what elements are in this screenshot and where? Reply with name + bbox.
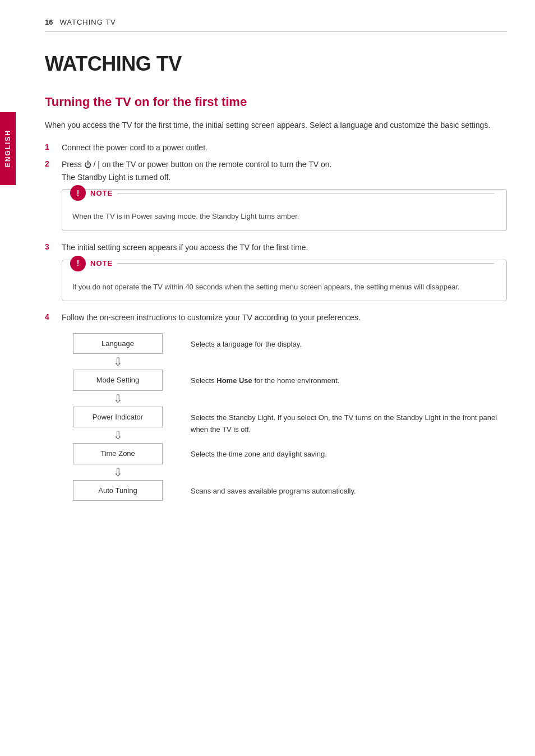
settings-desc-timezone-text: Selects the time zone and daylight savin… <box>191 450 327 458</box>
settings-arrow-power: ⇩ <box>113 430 123 441</box>
page-number: 16 <box>45 17 53 28</box>
settings-box-autotuning-label: Auto Tuning <box>98 486 137 495</box>
note-icon-1: ! <box>70 185 86 201</box>
settings-row-autotuning: Auto Tuning Scans and saves available pr… <box>62 480 507 503</box>
settings-row-timezone: Time Zone ⇩ Selects the time zone and da… <box>62 443 507 480</box>
settings-desc-power-text: Selects the Standby Light. If you select… <box>191 413 497 434</box>
note-box-2: ! NOTE If you do not operate the TV with… <box>62 260 507 302</box>
settings-desc-mode-before: Selects <box>191 376 216 385</box>
settings-arrow-mode: ⇩ <box>113 393 123 404</box>
power-symbol: ⏻ <box>84 160 91 169</box>
settings-box-timezone: Time Zone <box>73 443 163 464</box>
settings-arrow-language: ⇩ <box>113 356 123 367</box>
step-1-content: Connect the power cord to a power outlet… <box>62 141 207 154</box>
side-tab: ENGLISH <box>0 112 16 185</box>
settings-box-timezone-label: Time Zone <box>100 449 135 458</box>
settings-left-timezone: Time Zone ⇩ <box>62 443 174 480</box>
settings-left-power: Power Indicator ⇩ <box>62 407 174 444</box>
settings-box-mode-label: Mode Setting <box>96 376 140 384</box>
step-4-content: Follow the on-screen instructions to cus… <box>62 311 361 324</box>
step-2-text-middle: / | on the TV or power button on the rem… <box>94 160 332 169</box>
settings-left-language: Language ⇩ <box>62 333 174 370</box>
settings-row-language: Language ⇩ Selects a language for the di… <box>62 333 507 370</box>
settings-desc-timezone: Selects the time zone and daylight savin… <box>174 443 507 466</box>
step-3-number: 3 <box>45 241 62 253</box>
settings-arrow-timezone: ⇩ <box>113 467 123 478</box>
settings-desc-autotuning: Scans and saves available programs autom… <box>174 480 507 503</box>
note-header-2: ! NOTE <box>70 256 494 271</box>
main-title: WATCHING TV <box>45 49 507 79</box>
page: ENGLISH 16 WATCHING TV WATCHING TV Turni… <box>0 0 535 756</box>
settings-box-language: Language <box>73 333 163 354</box>
settings-table: Language ⇩ Selects a language for the di… <box>62 333 507 503</box>
side-tab-label: ENGLISH <box>3 130 13 167</box>
note-text-2: If you do not operate the TV within 40 s… <box>72 278 496 293</box>
main-content: 16 WATCHING TV WATCHING TV Turning the T… <box>22 0 535 756</box>
step-1: 1 Connect the power cord to a power outl… <box>45 141 507 154</box>
settings-box-language-label: Language <box>102 339 134 348</box>
note-text-1: When the TV is in Power saving mode, the… <box>72 208 496 223</box>
settings-box-power-label: Power Indicator <box>93 413 143 421</box>
note-line-1 <box>117 193 494 193</box>
settings-box-mode: Mode Setting <box>73 370 163 391</box>
page-header-title: WATCHING TV <box>59 17 116 28</box>
settings-box-autotuning: Auto Tuning <box>73 480 163 501</box>
step-3-content: The initial setting screen appears if yo… <box>62 241 308 253</box>
settings-left-autotuning: Auto Tuning <box>62 480 174 501</box>
settings-left-mode: Mode Setting ⇩ <box>62 370 174 407</box>
settings-row-mode: Mode Setting ⇩ Selects Home Use for the … <box>62 370 507 407</box>
step-4: 4 Follow the on-screen instructions to c… <box>45 311 507 324</box>
step-2-number: 2 <box>45 158 62 170</box>
step-2: 2 Press ⏻ / | on the TV or power button … <box>45 158 507 183</box>
step-1-number: 1 <box>45 141 62 153</box>
intro-text: When you access the TV for the first tim… <box>45 119 507 131</box>
note-box-1: ! NOTE When the TV is in Power saving mo… <box>62 189 507 231</box>
step-2-text-before: Press <box>62 160 84 169</box>
settings-desc-language: Selects a language for the display. <box>174 333 507 356</box>
note-header-1: ! NOTE <box>70 185 494 201</box>
step-4-number: 4 <box>45 311 62 323</box>
settings-desc-language-text: Selects a language for the display. <box>191 340 302 348</box>
settings-desc-mode-after: for the home environment. <box>254 376 339 385</box>
settings-desc-mode-bold: Home Use <box>216 376 252 385</box>
note-label-1: NOTE <box>90 188 113 199</box>
note-icon-2: ! <box>70 256 86 271</box>
step-3: 3 The initial setting screen appears if … <box>45 241 507 253</box>
section-title: Turning the TV on for the first time <box>45 93 507 111</box>
note-line-2 <box>117 263 494 264</box>
settings-desc-autotuning-text: Scans and saves available programs autom… <box>191 487 356 495</box>
settings-desc-mode: Selects Home Use for the home environmen… <box>174 370 507 393</box>
settings-desc-power: Selects the Standby Light. If you select… <box>174 407 507 441</box>
note-label-2: NOTE <box>90 258 113 269</box>
page-header: 16 WATCHING TV <box>45 17 507 32</box>
settings-row-power: Power Indicator ⇩ Selects the Standby Li… <box>62 407 507 444</box>
step-2-text-line2: The Standby Light is turned off. <box>62 173 170 182</box>
step-2-content: Press ⏻ / | on the TV or power button on… <box>62 158 332 183</box>
settings-box-power: Power Indicator <box>73 407 163 428</box>
